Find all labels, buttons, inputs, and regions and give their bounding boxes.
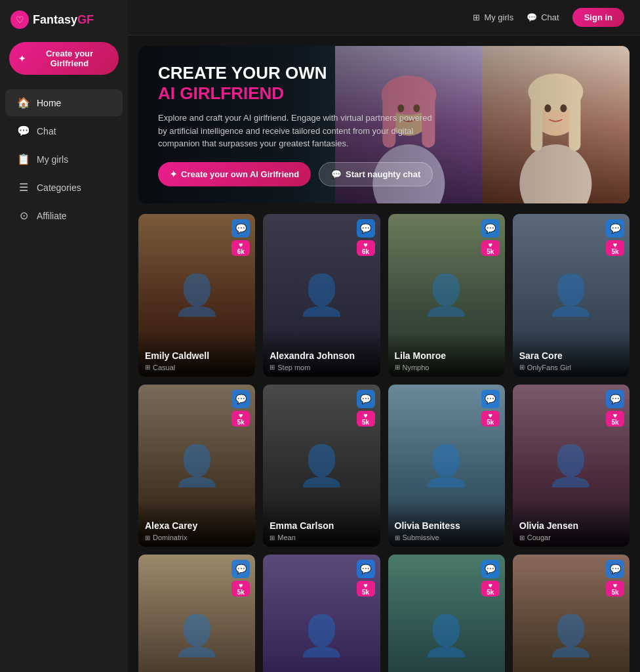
girl-card-11[interactable]: 👤 💬 ♥ 5k Isabella Anderson ⊞ Step mom xyxy=(388,555,505,672)
tag-icon: ⊞ xyxy=(395,364,400,371)
card-like-icon[interactable]: ♥ 5k xyxy=(481,581,500,597)
card-info: Sara Core ⊞ OnlyFans Girl xyxy=(513,331,630,377)
card-chat-icon[interactable]: 💬 xyxy=(231,560,250,578)
like-count: 5k xyxy=(487,249,494,255)
girl-name: Emma Carlson xyxy=(270,520,373,531)
card-like-icon[interactable]: ♥ 6k xyxy=(357,240,375,256)
sidebar-item-my-girls[interactable]: 📋 My girls xyxy=(5,146,123,173)
girl-card-7[interactable]: 👤 💬 ♥ 5k Olivia Benitess ⊞ Submissive xyxy=(388,385,505,547)
sidebar-item-chat-label: Chat xyxy=(37,126,56,136)
tag-label: OnlyFans Girl xyxy=(527,364,571,371)
tag-label: Cougar xyxy=(527,534,551,541)
card-like-icon[interactable]: ♥ 5k xyxy=(481,411,500,427)
tag-label: Nympho xyxy=(403,364,430,371)
logo-icon: ♡ xyxy=(10,10,29,29)
sidebar-item-categories[interactable]: ☰ Categories xyxy=(5,174,123,201)
home-icon: 🏠 xyxy=(17,96,30,109)
girl-card-4[interactable]: 👤 💬 ♥ 5k Sara Core ⊞ OnlyFans Girl xyxy=(513,214,630,377)
card-like-icon[interactable]: ♥ 5k xyxy=(357,581,375,597)
card-top-icons: 💬 ♥ 5k xyxy=(481,219,500,256)
signin-button[interactable]: Sign in xyxy=(572,8,624,27)
topbar-my-girls[interactable]: ⊞ My girls xyxy=(473,12,513,22)
sidebar-item-home[interactable]: 🏠 Home xyxy=(5,89,123,116)
sidebar-item-chat[interactable]: 💬 Chat xyxy=(5,117,123,144)
girl-card-2[interactable]: 👤 💬 ♥ 6k Alexandra Johnson ⊞ Step mom xyxy=(263,214,380,377)
card-info: Olivia Benitess ⊞ Submissive xyxy=(388,501,505,547)
card-info: Olivia Jensen ⊞ Cougar xyxy=(513,501,630,547)
tag-icon: ⊞ xyxy=(519,364,525,371)
like-count: 5k xyxy=(362,419,369,426)
heart-icon: ♥ xyxy=(488,411,492,419)
like-count: 5k xyxy=(611,419,618,426)
card-top-icons: 💬 ♥ 5k xyxy=(357,390,375,427)
tag-label: Mean xyxy=(277,534,296,541)
tag-icon: ⊞ xyxy=(145,534,150,541)
my-girls-icon: 📋 xyxy=(17,153,30,165)
card-chat-icon[interactable]: 💬 xyxy=(231,219,250,238)
like-count: 5k xyxy=(362,589,369,596)
card-chat-icon[interactable]: 💬 xyxy=(606,560,624,578)
card-chat-icon[interactable]: 💬 xyxy=(481,560,500,578)
card-like-icon[interactable]: ♥ 5k xyxy=(357,411,375,427)
card-chat-icon[interactable]: 💬 xyxy=(481,390,500,408)
create-ai-girlfriend-button[interactable]: ✦ Create your own AI Girlfriend xyxy=(158,162,311,186)
hero-text: CREATE YOUR OWN AI GIRLFRIEND Explore an… xyxy=(158,63,433,186)
girl-card-10[interactable]: 👤 💬 ♥ 5k Livia Hawthorne ⊞ Nympho xyxy=(263,555,380,672)
girl-tag: ⊞ Submissive xyxy=(395,534,498,541)
topbar: ⊞ My girls 💬 Chat Sign in xyxy=(128,0,640,35)
sidebar-nav: 🏠 Home 💬 Chat 📋 My girls ☰ Categories ⊙ … xyxy=(0,88,128,230)
logo: ♡ FantasyGF xyxy=(0,10,128,42)
card-info: Lila Monroe ⊞ Nympho xyxy=(388,331,505,377)
heart-icon: ♥ xyxy=(613,411,618,419)
affiliate-icon: ⊙ xyxy=(17,209,30,222)
girl-card-5[interactable]: 👤 💬 ♥ 5k Alexa Carey ⊞ Dominatrix xyxy=(138,385,255,547)
card-top-icons: 💬 ♥ 5k xyxy=(606,390,624,427)
hero-description: Explore and craft your AI girlfriend. En… xyxy=(158,112,433,150)
girl-card-6[interactable]: 👤 💬 ♥ 5k Emma Carlson ⊞ Mean xyxy=(263,385,380,547)
card-chat-icon[interactable]: 💬 xyxy=(357,560,375,578)
tag-icon: ⊞ xyxy=(395,534,400,541)
girl-card-3[interactable]: 👤 💬 ♥ 5k Lila Monroe ⊞ Nympho xyxy=(388,214,505,377)
girl-card-9[interactable]: 👤 💬 ♥ 5k Mia Bennett ⊞ Casual xyxy=(138,555,255,672)
sidebar-item-home-label: Home xyxy=(37,98,61,108)
card-chat-icon[interactable]: 💬 xyxy=(606,390,624,408)
start-naughty-chat-button[interactable]: 💬 Start naughty chat xyxy=(319,162,433,186)
card-like-icon[interactable]: ♥ 5k xyxy=(231,411,250,427)
girl-name: Olivia Benitess xyxy=(395,520,498,531)
girl-tag: ⊞ Step mom xyxy=(270,364,373,371)
card-chat-icon[interactable]: 💬 xyxy=(357,390,375,408)
card-top-icons: 💬 ♥ 5k xyxy=(481,390,500,427)
create-girlfriend-button[interactable]: ✦ Create your Girlfriend xyxy=(9,42,119,75)
card-chat-icon[interactable]: 💬 xyxy=(481,219,500,238)
tag-icon: ⊞ xyxy=(270,364,275,371)
sidebar-item-affiliate[interactable]: ⊙ Affiliate xyxy=(5,202,123,229)
girl-name: Alexa Carey xyxy=(145,520,249,531)
heart-icon: ♥ xyxy=(239,411,243,419)
card-chat-icon[interactable]: 💬 xyxy=(357,219,375,238)
card-like-icon[interactable]: ♥ 5k xyxy=(481,240,500,256)
card-chat-icon[interactable]: 💬 xyxy=(606,219,624,238)
girl-card-1[interactable]: 👤 💬 ♥ 6k Emily Caldwell ⊞ Casual xyxy=(138,214,255,377)
like-count: 5k xyxy=(487,589,494,596)
girl-card-12[interactable]: 👤 💬 ♥ 5k Sophia Martinez ⊞ OnlyFans Girl xyxy=(513,555,630,672)
grid-icon: ⊞ xyxy=(473,12,480,22)
like-count: 6k xyxy=(362,249,369,255)
tag-label: Dominatrix xyxy=(153,534,188,541)
card-like-icon[interactable]: ♥ 5k xyxy=(231,581,250,597)
card-info: Alexandra Johnson ⊞ Step mom xyxy=(263,331,380,377)
card-like-icon[interactable]: ♥ 6k xyxy=(231,240,250,256)
topbar-chat[interactable]: 💬 Chat xyxy=(527,12,559,22)
girls-section: 👤 💬 ♥ 6k Emily Caldwell ⊞ Casual 👤 💬 xyxy=(128,214,640,672)
like-count: 5k xyxy=(237,419,245,426)
card-chat-icon[interactable]: 💬 xyxy=(231,390,250,408)
card-like-icon[interactable]: ♥ 5k xyxy=(606,240,624,256)
girl-tag: ⊞ OnlyFans Girl xyxy=(519,364,623,371)
girl-name: Sara Core xyxy=(519,350,623,361)
sidebar-item-my-girls-label: My girls xyxy=(37,154,68,165)
wand-hero-icon: ✦ xyxy=(170,169,177,179)
chat-icon: 💬 xyxy=(17,125,30,137)
girl-tag: ⊞ Nympho xyxy=(395,364,498,371)
girl-card-8[interactable]: 👤 💬 ♥ 5k Olivia Jensen ⊞ Cougar xyxy=(513,385,630,547)
card-like-icon[interactable]: ♥ 5k xyxy=(606,581,624,597)
card-like-icon[interactable]: ♥ 5k xyxy=(606,411,624,427)
